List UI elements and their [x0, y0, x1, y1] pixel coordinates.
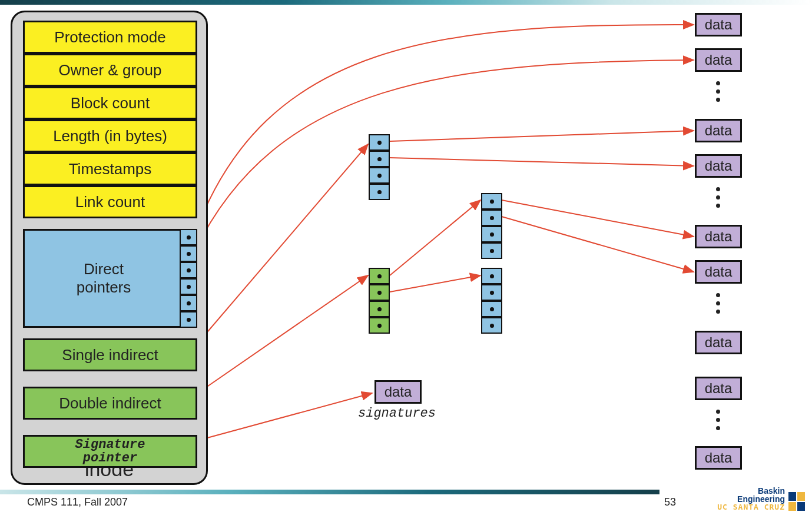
double-indirect-text: Double indirect: [59, 394, 161, 413]
ellipsis-icon: [716, 410, 720, 430]
field-owner-group: Owner & group: [23, 54, 197, 87]
double-indirect-cell: [369, 284, 390, 301]
data-block: data: [695, 377, 742, 400]
footer-page-number: 53: [664, 496, 676, 508]
sig-data-label: data: [385, 384, 412, 400]
data-block: data: [695, 154, 742, 178]
ellipsis-icon: [716, 81, 720, 102]
data-label: data: [705, 158, 733, 174]
inner-ptr-cell: [481, 268, 502, 284]
baskin-logo-icon: [788, 492, 805, 511]
data-label: data: [705, 334, 733, 351]
direct-ptr-cell: [180, 311, 197, 328]
field-double-indirect: Double indirect: [23, 387, 197, 420]
inner-ptr-cell: [481, 301, 502, 317]
direct-ptr-cell: [180, 245, 197, 262]
field-length: Length (in bytes): [23, 119, 197, 152]
sig-ptr-line1: Signature: [75, 438, 145, 451]
data-label: data: [705, 228, 733, 245]
direct-ptr-cell: [180, 262, 197, 278]
field-length-text: Length (in bytes): [53, 127, 167, 145]
data-label: data: [705, 52, 733, 68]
field-linkcount-text: Link count: [75, 193, 145, 211]
field-timestamps: Timestamps: [23, 152, 197, 185]
inner-ptr-cell: [481, 193, 502, 210]
inner-ptr-cell: [481, 284, 502, 301]
brand-line1: Baskin: [717, 487, 785, 495]
data-block: data: [695, 119, 742, 142]
double-indirect-cell: [369, 301, 390, 317]
data-label: data: [705, 122, 733, 139]
double-indirect-cell: [369, 268, 390, 284]
single-indirect-text: Single indirect: [62, 346, 158, 364]
inner-ptr-cell: [481, 317, 502, 334]
field-signature-pointer: Signature pointer: [23, 435, 197, 468]
footer-brand: Baskin Engineering UC SANTA CRUZ: [717, 487, 805, 511]
data-label: data: [705, 264, 733, 280]
sig-ptr-line2: pointer: [83, 451, 137, 465]
single-indirect-cell: [369, 134, 390, 151]
direct-ptr-cell: [180, 295, 197, 311]
data-block: data: [695, 446, 742, 470]
data-block: data: [695, 48, 742, 72]
single-indirect-cell: [369, 167, 390, 184]
data-label: data: [705, 450, 733, 466]
single-indirect-cell: [369, 151, 390, 167]
direct-pointers-label: Direct pointers: [36, 229, 171, 328]
inner-ptr-cell: [481, 210, 502, 226]
ellipsis-icon: [716, 293, 720, 314]
field-owner-text: Owner & group: [59, 61, 162, 79]
inode-panel: inode Protection mode Owner & group Bloc…: [11, 11, 208, 485]
data-block: data: [695, 225, 742, 248]
field-link-count: Link count: [23, 185, 197, 218]
field-blockcount-text: Block count: [71, 94, 150, 112]
data-block: data: [695, 331, 742, 354]
ellipsis-icon: [716, 187, 720, 208]
data-block: data: [695, 260, 742, 284]
brand-line3: UC SANTA CRUZ: [717, 503, 785, 511]
data-label: data: [705, 380, 733, 397]
field-protection-text: Protection mode: [54, 28, 165, 46]
signature-caption: signatures: [358, 406, 436, 421]
inner-ptr-cell: [481, 242, 502, 259]
field-single-indirect: Single indirect: [23, 338, 197, 371]
direct-ptr-cell: [180, 278, 197, 295]
signature-data-block: data: [374, 380, 422, 404]
footer-course: CMPS 111, Fall 2007: [27, 496, 128, 508]
data-block: data: [695, 13, 742, 36]
field-block-count: Block count: [23, 87, 197, 119]
inner-ptr-cell: [481, 226, 502, 242]
brand-line2: Engineering: [717, 495, 785, 503]
direct-line2: pointers: [77, 278, 131, 297]
field-protection-mode: Protection mode: [23, 21, 197, 54]
double-indirect-cell: [369, 317, 390, 334]
direct-ptr-cell: [180, 229, 197, 245]
direct-line1: Direct: [84, 260, 124, 278]
slide-footer-bar: [0, 490, 659, 494]
single-indirect-cell: [369, 184, 390, 200]
data-label: data: [705, 16, 733, 33]
field-timestamps-text: Timestamps: [69, 160, 152, 178]
diagram-stage: inode Protection mode Owner & group Bloc…: [0, 0, 812, 512]
